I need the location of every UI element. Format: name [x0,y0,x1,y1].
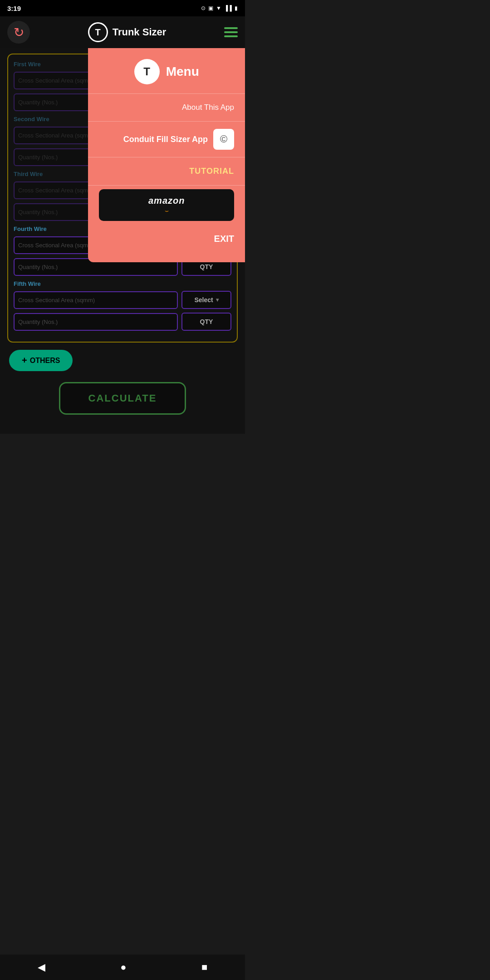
tutorial-menu-item[interactable]: TUTORIAL [88,157,245,186]
top-bar: ↻ T Trunk Sizer [0,16,245,48]
menu-logo: T [134,59,160,84]
app-title: Trunk Sizer [113,26,167,38]
title-logo-letter: T [95,27,101,38]
title-logo: T [88,22,108,42]
sim-icon: ▣ [208,5,213,11]
app-title-area: T Trunk Sizer [88,22,167,42]
about-label: About This App [182,103,234,112]
menu-title: Menu [166,64,199,79]
wifi-icon: ▼ [216,5,221,11]
amazon-label: amazon [148,196,185,206]
menu-button[interactable] [224,27,238,37]
amazon-menu-item[interactable]: amazon ⌣ [99,189,234,221]
media-icon: ⊙ [201,5,206,11]
exit-label: EXIT [214,234,234,244]
conduit-icon-letter: © [220,133,227,145]
refresh-button[interactable]: ↻ [7,21,30,44]
exit-menu-item[interactable]: EXIT [88,225,245,253]
hamburger-line-2 [224,31,238,33]
conduit-label: Conduit Fill Sizer App [123,135,208,144]
amazon-smile-icon: ⌣ [165,207,169,215]
refresh-icon: ↻ [14,25,24,40]
menu-logo-letter: T [143,65,150,78]
status-icons: ⊙ ▣ ▼ ▐▐ ▮ [201,5,238,11]
status-bar: 3:19 ⊙ ▣ ▼ ▐▐ ▮ [0,0,245,16]
hamburger-line-1 [224,27,238,29]
main-content: First Wire Select ▾ QTY Second Wire Sele… [0,48,245,434]
menu-header: T Menu [88,48,245,94]
battery-icon: ▮ [235,5,238,11]
conduit-icon: © [213,129,234,150]
status-time: 3:19 [7,5,21,12]
about-menu-item[interactable]: About This App [88,94,245,122]
hamburger-line-3 [224,35,238,37]
signal-icon: ▐▐ [224,5,232,11]
menu-panel: T Menu About This App Conduit Fill Sizer… [88,48,245,262]
conduit-menu-item[interactable]: Conduit Fill Sizer App © [88,122,245,157]
tutorial-label: TUTORIAL [189,167,234,176]
